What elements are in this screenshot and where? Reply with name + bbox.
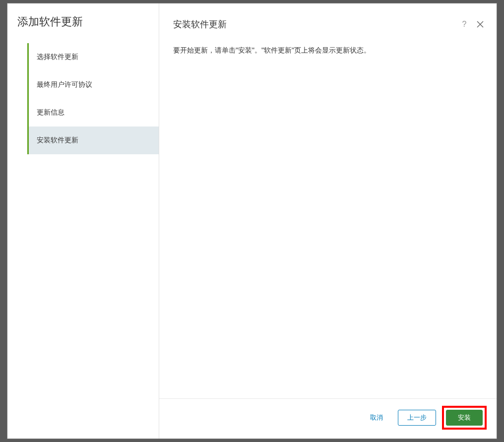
main-panel: 安装软件更新 ? 要开始更新，请单击"安装"。"软件更新"页上将会显示更新状态。… (159, 3, 497, 439)
main-title: 安装软件更新 (173, 18, 227, 30)
header-icons: ? (460, 20, 485, 29)
step-install-update[interactable]: 安装软件更新 (29, 126, 159, 154)
back-button[interactable]: 上一步 (398, 410, 436, 426)
description-text: 要开始更新，请单击"安装"。"软件更新"页上将会显示更新状态。 (173, 45, 483, 56)
sidebar-title: 添加软件更新 (17, 14, 159, 29)
dialog-body: 添加软件更新 选择软件更新 最终用户许可协议 更新信息 安装软件更新 安装软件更… (7, 3, 497, 439)
step-select-update[interactable]: 选择软件更新 (29, 43, 159, 71)
install-highlight: 安装 (442, 406, 487, 430)
help-icon[interactable]: ? (460, 20, 469, 29)
footer: 取消 上一步 安装 (159, 398, 497, 439)
step-update-info[interactable]: 更新信息 (29, 99, 159, 126)
main-content: 要开始更新，请单击"安装"。"软件更新"页上将会显示更新状态。 (159, 30, 497, 439)
step-list: 选择软件更新 最终用户许可协议 更新信息 安装软件更新 (27, 43, 159, 154)
install-button[interactable]: 安装 (446, 410, 483, 426)
main-header: 安装软件更新 ? (159, 3, 497, 30)
cancel-button[interactable]: 取消 (361, 410, 392, 426)
sidebar: 添加软件更新 选择软件更新 最终用户许可协议 更新信息 安装软件更新 (7, 3, 159, 439)
step-eula[interactable]: 最终用户许可协议 (29, 71, 159, 99)
dialog-container: 添加软件更新 选择软件更新 最终用户许可协议 更新信息 安装软件更新 安装软件更… (7, 3, 497, 439)
close-icon[interactable] (476, 20, 485, 29)
